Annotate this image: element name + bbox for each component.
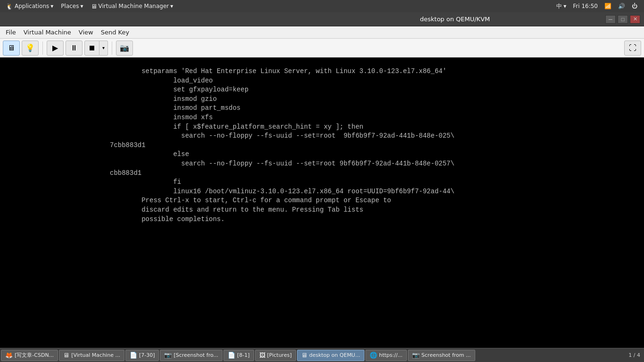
taskbar-item-item4[interactable]: 📷[Screenshot fro... xyxy=(160,350,223,361)
system-bar: 🐧 Applications ▾ Places ▾ 🖥 Virtual Mach… xyxy=(0,0,644,12)
pause-button[interactable]: ⏸ xyxy=(66,41,83,56)
vmm-chevron: ▾ xyxy=(170,3,173,9)
console-line: insmod part_msdos xyxy=(110,104,534,113)
console-line: insmod gzio xyxy=(110,95,534,104)
task-label-firefox: [写文章-CSDN... xyxy=(15,352,54,359)
places-menu[interactable]: Places ▾ xyxy=(57,0,87,12)
input-chevron: ▾ xyxy=(563,3,566,9)
vmm-menu[interactable]: 🖥 Virtual Machine Manager ▾ xyxy=(87,0,177,12)
close-button[interactable]: ✕ xyxy=(630,15,640,24)
toolbar: 🖥 💡 ▶ ⏸ ⏹ ▾ 📷 ⛶ xyxy=(0,39,644,58)
menu-virtual-machine[interactable]: Virtual Machine xyxy=(20,26,75,39)
taskbar-item-vmm[interactable]: 🖥[Virtual Machine ... xyxy=(59,350,124,361)
stop-button[interactable]: ⏹ xyxy=(84,41,99,56)
apps-chevron: ▾ xyxy=(50,3,53,9)
console-line: possible completions. xyxy=(110,215,534,224)
console-line: search --no-floppy --fs-uuid --set=root … xyxy=(110,159,534,169)
task-label-vmm: [Virtual Machine ... xyxy=(71,352,120,358)
console-line: search --no-floppy --fs-uuid --set=root … xyxy=(110,132,534,141)
stop-group: ⏹ ▾ xyxy=(84,41,108,56)
taskbar-item-item8[interactable]: 🌐https://... xyxy=(365,350,407,361)
console-line: if [ x$feature_platform_search_hint = xy… xyxy=(110,123,534,132)
places-chevron: ▾ xyxy=(81,3,83,9)
task-icon-item4: 📷 xyxy=(164,352,172,359)
applications-menu[interactable]: 🐧 Applications ▾ xyxy=(2,0,57,12)
task-icon-item3: 📄 xyxy=(130,352,137,359)
vmm-label: Virtual Machine Manager xyxy=(99,3,169,9)
taskbar: 🦊[写文章-CSDN...🖥[Virtual Machine ...📄[7-30… xyxy=(0,348,644,362)
toolbar-separator-2 xyxy=(112,41,112,55)
task-icon-item6: 🖼 xyxy=(259,352,265,359)
input-method[interactable]: 中 ▾ xyxy=(554,2,568,10)
fullscreen-button[interactable]: ⛶ xyxy=(624,41,641,56)
console-line: fi xyxy=(110,178,534,187)
vm-console[interactable]: setparams 'Red Hat Enterprise Linux Serv… xyxy=(0,58,644,348)
clock: Fri 16:50 xyxy=(571,3,600,9)
task-icon-item9: 📷 xyxy=(412,352,420,359)
menu-bar: File Virtual Machine View Send Key xyxy=(0,26,644,39)
taskbar-item-item5[interactable]: 📄[8-1] xyxy=(223,350,254,361)
console-line: Press Ctrl-x to start, Ctrl-c for a comm… xyxy=(110,196,534,206)
task-icon-item7: 🖥 xyxy=(301,352,307,359)
taskbar-item-firefox[interactable]: 🦊[写文章-CSDN... xyxy=(1,350,58,361)
system-bar-left: 🐧 Applications ▾ Places ▾ 🖥 Virtual Mach… xyxy=(2,0,177,12)
window-title: desktop on QEMU/KVM xyxy=(305,16,605,23)
task-label-item8: https://... xyxy=(379,352,403,358)
task-label-item7: desktop on QEMU... xyxy=(309,352,360,358)
console-line: load_video xyxy=(110,76,534,86)
console-line: set gfxpayload=keep xyxy=(110,85,534,95)
console-line: insmod xfs xyxy=(110,113,534,123)
places-label: Places xyxy=(61,3,79,9)
task-label-item4: [Screenshot fro... xyxy=(173,352,218,358)
network-icon[interactable]: 📶 xyxy=(603,3,613,9)
console-line: else xyxy=(110,150,534,159)
taskbar-item-item6[interactable]: 🖼[Pictures] xyxy=(255,350,296,361)
task-label-item6: [Pictures] xyxy=(267,352,292,358)
task-icon-firefox: 🦊 xyxy=(5,352,13,359)
maximize-button[interactable]: □ xyxy=(618,15,628,24)
taskbar-item-item9[interactable]: 📷Screenshot from ... xyxy=(408,350,475,361)
bulb-button[interactable]: 💡 xyxy=(22,41,39,56)
console-line: setparams 'Red Hat Enterprise Linux Serv… xyxy=(110,67,534,76)
console-content: setparams 'Red Hat Enterprise Linux Serv… xyxy=(110,67,534,224)
console-line: cbb883d1 xyxy=(110,169,534,178)
taskbar-item-item7[interactable]: 🖥desktop on QEMU... xyxy=(297,350,364,361)
task-label-item9: Screenshot from ... xyxy=(421,352,471,358)
volume-icon[interactable]: 🔊 xyxy=(616,3,627,9)
minimize-button[interactable]: ─ xyxy=(605,15,616,24)
window-controls: ─ □ ✕ xyxy=(605,15,640,24)
menu-file[interactable]: File xyxy=(2,26,20,39)
task-icon-vmm: 🖥 xyxy=(63,352,69,359)
menu-view[interactable]: View xyxy=(75,26,97,39)
stop-dropdown[interactable]: ▾ xyxy=(99,41,108,56)
taskbar-item-item3[interactable]: 📄[7-30] xyxy=(125,350,159,361)
console-line: linux16 /boot/vmlinuz-3.10.0-123.el7.x86… xyxy=(110,187,534,197)
taskbar-pages: 1 / 4 xyxy=(626,352,643,358)
task-label-item5: [8-1] xyxy=(237,352,250,358)
play-button[interactable]: ▶ xyxy=(47,41,64,56)
console-line: discard edits and return to the menu. Pr… xyxy=(110,206,534,215)
menu-send-key[interactable]: Send Key xyxy=(97,26,133,39)
toolbar-separator-1 xyxy=(42,41,43,55)
window-titlebar: desktop on QEMU/KVM ─ □ ✕ xyxy=(0,12,644,26)
monitor-button[interactable]: 🖥 xyxy=(3,41,20,56)
power-icon[interactable]: ⏻ xyxy=(630,3,639,9)
vmm-icon: 🖥 xyxy=(91,3,97,10)
task-icon-item5: 📄 xyxy=(228,352,235,359)
system-bar-right: 中 ▾ Fri 16:50 📶 🔊 ⏻ xyxy=(554,2,642,10)
applications-label: Applications xyxy=(15,3,49,9)
console-line: 7cbb883d1 xyxy=(110,141,534,150)
screenshot-button[interactable]: 📷 xyxy=(116,41,133,56)
app-icon: 🐧 xyxy=(6,3,13,10)
task-label-item3: [7-30] xyxy=(139,352,155,358)
task-icon-item8: 🌐 xyxy=(370,352,377,359)
